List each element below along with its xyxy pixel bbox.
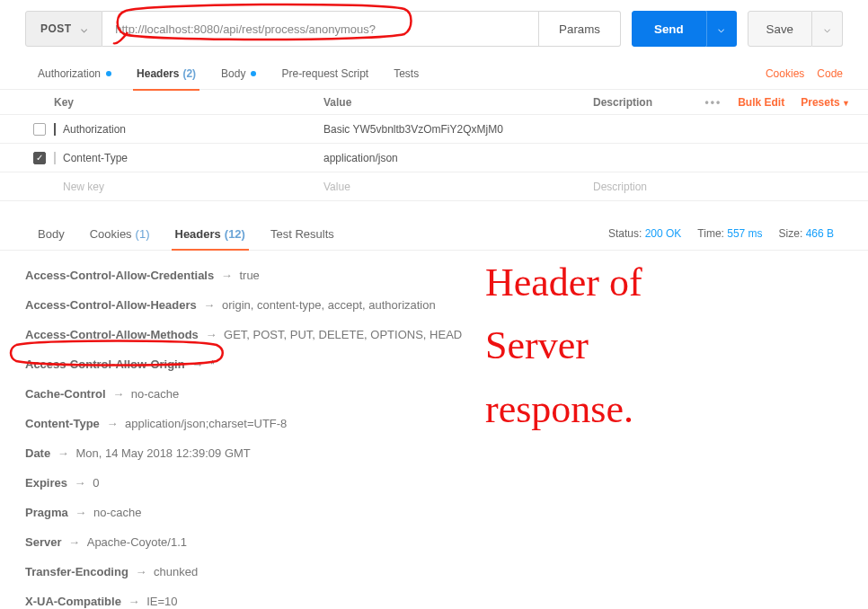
table-row[interactable]: Authorization Basic YW5vbnltb3VzOmFiY2Qx… <box>0 115 868 144</box>
header-value-cell[interactable]: Basic YW5vbnltb3VzOmFiY2QxMjM0 <box>323 123 593 136</box>
presets-dropdown[interactable]: Presets <box>801 96 850 109</box>
send-button[interactable]: Send <box>632 11 706 47</box>
chevron-down-icon: ⌵ <box>81 22 88 35</box>
tab-label: Cookies <box>90 227 132 241</box>
request-headers-thead: Key Value Description ••• Bulk Edit Pres… <box>0 90 868 115</box>
status-label: Status: <box>608 227 642 240</box>
response-header-value: no-cache <box>93 506 141 519</box>
response-header-row: Access-Control-Allow-Methods → GET, POST… <box>25 328 843 341</box>
row-checkbox[interactable] <box>33 123 46 136</box>
tab-label: Test Results <box>270 227 334 241</box>
response-header-name: Pragma <box>25 506 68 519</box>
resp-tab-cookies[interactable]: Cookies (1) <box>77 217 163 250</box>
response-header-name: Access-Control-Allow-Methods <box>25 328 199 341</box>
arrow-right-icon: → <box>65 535 83 549</box>
header-desc-placeholder[interactable]: Description <box>593 181 868 193</box>
arrow-right-icon: → <box>132 565 150 578</box>
code-link[interactable]: Code <box>817 67 843 80</box>
header-value-cell[interactable]: application/json <box>323 152 593 164</box>
response-headers-list: Access-Control-Allow-Credentials → trueA… <box>0 251 868 609</box>
response-header-name: Access-Control-Allow-Origin <box>25 357 185 371</box>
table-row[interactable]: ✓ Content-Type application/json <box>0 144 868 172</box>
response-header-value: 0 <box>93 476 99 490</box>
url-input[interactable] <box>102 11 539 47</box>
arrow-right-icon: → <box>54 446 72 460</box>
header-key-cell[interactable]: Authorization <box>54 123 323 136</box>
params-button[interactable]: Params <box>539 11 621 47</box>
arrow-right-icon: → <box>103 417 121 430</box>
response-header-value: Mon, 14 May 2018 12:39:09 GMT <box>75 446 250 460</box>
resp-tab-body[interactable]: Body <box>25 217 77 250</box>
response-header-value: application/json;charset=UTF-8 <box>125 417 287 430</box>
response-header-name: Expires <box>25 476 67 490</box>
modified-dot-icon <box>106 71 111 76</box>
response-header-name: Cache-Control <box>25 387 106 401</box>
response-header-value: chunked <box>154 565 198 578</box>
response-header-row: Expires → 0 <box>25 476 843 490</box>
response-header-row: Pragma → no-cache <box>25 506 843 519</box>
tab-authorization[interactable]: Authorization <box>25 57 124 90</box>
header-key-placeholder[interactable]: New key <box>54 181 323 193</box>
resp-tab-headers[interactable]: Headers (12) <box>163 217 258 250</box>
response-header-value: * <box>210 357 215 371</box>
tab-label: Body <box>221 67 245 80</box>
response-header-value: no-cache <box>131 387 179 401</box>
tab-tests[interactable]: Tests <box>381 57 431 90</box>
response-header-row: Access-Control-Allow-Credentials → true <box>25 269 843 282</box>
response-header-row: Content-Type → application/json;charset=… <box>25 417 843 430</box>
bulk-edit-link[interactable]: Bulk Edit <box>738 96 784 109</box>
tab-count: (1) <box>136 227 150 241</box>
http-method-select[interactable]: POST ⌵ <box>25 11 102 47</box>
response-header-row: Cache-Control → no-cache <box>25 387 843 401</box>
col-value: Value <box>323 96 593 109</box>
time-value: 557 ms <box>727 227 762 240</box>
response-header-value: IE=10 <box>146 595 177 608</box>
response-header-name: Transfer-Encoding <box>25 565 128 578</box>
header-value-placeholder[interactable]: Value <box>323 181 593 193</box>
chevron-down-icon: ⌵ <box>824 22 830 35</box>
arrow-right-icon: → <box>125 595 143 608</box>
response-header-row: Transfer-Encoding → chunked <box>25 565 843 578</box>
save-button[interactable]: Save <box>748 11 812 47</box>
size-value: 466 B <box>806 227 834 240</box>
response-header-value: GET, POST, PUT, DELETE, OPTIONS, HEAD <box>224 328 462 341</box>
time-label: Time: <box>697 227 724 240</box>
table-row-new[interactable]: New key Value Description <box>0 172 868 201</box>
send-dropdown[interactable]: ⌵ <box>706 11 737 47</box>
col-key: Key <box>54 96 323 109</box>
tab-headers[interactable]: Headers (2) <box>124 57 208 90</box>
response-header-value: origin, content-type, accept, authorizat… <box>222 298 436 312</box>
response-header-name: Date <box>25 446 50 460</box>
tab-label: Authorization <box>38 67 101 80</box>
save-dropdown[interactable]: ⌵ <box>812 11 843 47</box>
response-header-name: Access-Control-Allow-Credentials <box>25 269 214 282</box>
cookies-link[interactable]: Cookies <box>766 67 804 80</box>
response-header-row: Date → Mon, 14 May 2018 12:39:09 GMT <box>25 446 843 460</box>
status-value: 200 OK <box>645 227 682 240</box>
tab-body[interactable]: Body <box>208 57 269 90</box>
tab-label: Tests <box>394 67 419 80</box>
arrow-right-icon: → <box>200 298 218 312</box>
arrow-right-icon: → <box>202 328 220 341</box>
tab-count: (12) <box>225 227 245 241</box>
response-header-name: Content-Type <box>25 417 100 430</box>
arrow-right-icon: → <box>189 357 207 371</box>
tab-pre-request-script[interactable]: Pre-request Script <box>269 57 381 90</box>
header-key-cell[interactable]: Content-Type <box>54 152 323 164</box>
size-label: Size: <box>779 227 803 240</box>
tab-count: (2) <box>182 67 196 80</box>
resp-tab-test-results[interactable]: Test Results <box>258 217 347 250</box>
response-header-row: Server → Apache-Coyote/1.1 <box>25 535 843 549</box>
tab-label: Headers <box>175 227 221 241</box>
http-method-label: POST <box>40 22 72 35</box>
arrow-right-icon: → <box>71 476 89 490</box>
response-header-name: Access-Control-Allow-Headers <box>25 298 197 312</box>
tab-label: Pre-request Script <box>281 67 368 80</box>
row-checkbox[interactable]: ✓ <box>33 152 46 164</box>
response-header-name: Server <box>25 535 61 549</box>
response-header-value: true <box>239 269 259 282</box>
response-header-row: Access-Control-Allow-Headers → origin, c… <box>25 298 843 312</box>
more-columns-icon[interactable]: ••• <box>705 96 722 109</box>
modified-dot-icon <box>251 71 256 76</box>
tab-label: Body <box>38 227 65 241</box>
